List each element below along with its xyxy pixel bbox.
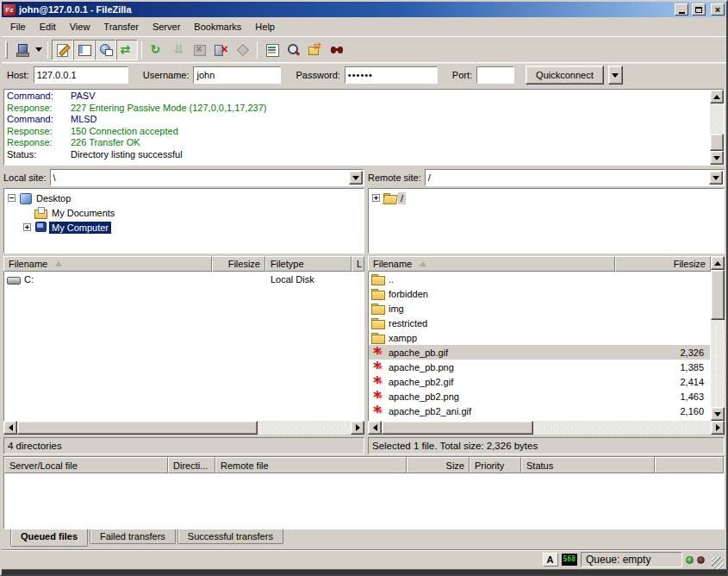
site-manager-button[interactable] — [11, 40, 33, 60]
title-bar[interactable]: Fz john@127.0.0.1 - FileZilla × — [2, 2, 726, 17]
log-scroll-track[interactable] — [710, 103, 724, 151]
queue-column-priority[interactable]: Priority — [470, 457, 521, 473]
local-scroll-left[interactable] — [3, 421, 17, 435]
local-scroll-track[interactable] — [17, 421, 351, 435]
toggle-transfer-queue-button[interactable] — [116, 40, 138, 60]
local-tree-item[interactable]: My Computer — [6, 220, 364, 235]
remote-scroll-left[interactable] — [368, 421, 382, 435]
file-row[interactable]: C:Local Disk — [4, 272, 364, 286]
menu-edit[interactable]: Edit — [33, 19, 63, 34]
password-input[interactable] — [345, 66, 438, 84]
queue-column-server-local-file[interactable]: Server/Local file — [4, 457, 168, 473]
remote-site-combo[interactable]: / — [425, 169, 725, 186]
file-row[interactable]: apache_pb.png1,385 — [369, 360, 710, 374]
host-input[interactable] — [34, 66, 128, 84]
remote-scroll-thumb[interactable] — [382, 421, 533, 435]
log-line: Response:226 Transfer OK — [7, 137, 710, 149]
local-tree-item[interactable]: My Documents — [6, 205, 364, 220]
local-scroll-right[interactable] — [351, 421, 364, 435]
port-input[interactable] — [476, 66, 514, 84]
quickconnect-dropdown[interactable] — [608, 66, 623, 85]
menu-server[interactable]: Server — [146, 19, 187, 34]
local-status-text: 4 directories — [8, 441, 62, 451]
tab-queued-files[interactable]: Queued files — [10, 529, 88, 547]
file-row[interactable]: .. — [369, 272, 710, 286]
tab-successful-transfers[interactable]: Successful transfers — [177, 529, 283, 544]
file-row[interactable]: img — [369, 301, 710, 316]
local-site-dropdown[interactable] — [349, 171, 363, 185]
column-header-filename[interactable]: Filename — [368, 256, 615, 272]
file-row[interactable]: restricted — [369, 316, 710, 330]
log-scroll-up[interactable] — [710, 90, 724, 103]
menu-transfer[interactable]: Transfer — [96, 19, 146, 34]
file-row[interactable]: apache_pb2_ani.gif2,160 — [369, 404, 710, 418]
toggle-local-tree-button[interactable] — [73, 40, 95, 60]
queue-column-directi-[interactable]: Directi... — [168, 457, 215, 473]
column-header-filetype[interactable]: Filetype — [265, 256, 352, 272]
toolbar-separator — [141, 41, 142, 59]
transfer-type-indicator-icon[interactable]: A — [543, 553, 558, 567]
menu-file[interactable]: File — [3, 19, 33, 34]
remote-vscrollbar[interactable] — [711, 256, 725, 421]
expand-icon[interactable] — [372, 194, 380, 202]
tab-failed-transfers[interactable]: Failed transfers — [90, 529, 176, 544]
remote-tree-item[interactable]: / — [370, 191, 724, 205]
find-files-button[interactable] — [283, 40, 304, 60]
maximize-button[interactable] — [692, 3, 706, 16]
tree-item-label[interactable]: / — [398, 192, 406, 204]
compare-directories-button[interactable] — [304, 40, 326, 60]
remote-scroll-right[interactable] — [711, 421, 725, 435]
speed-limit-indicator-icon[interactable]: 568 — [562, 554, 577, 566]
filter-button[interactable] — [261, 40, 283, 60]
menu-help[interactable]: Help — [248, 19, 282, 34]
remote-scroll-track[interactable] — [382, 421, 711, 435]
tree-item-label[interactable]: My Documents — [49, 207, 117, 219]
log-scroll-thumb[interactable] — [710, 134, 724, 151]
arrow-down-icon — [714, 412, 721, 416]
minimize-button[interactable] — [675, 3, 688, 16]
close-button[interactable]: × — [711, 3, 725, 16]
file-row[interactable]: xampp — [369, 330, 710, 345]
image-icon — [371, 376, 386, 388]
local-site-combo[interactable]: \ — [50, 169, 364, 186]
local-hscrollbar[interactable] — [3, 421, 364, 435]
queue-column-size[interactable]: Size — [407, 457, 470, 473]
remote-vscroll-track[interactable] — [711, 270, 725, 407]
queue-column-status[interactable]: Status — [521, 457, 655, 473]
toggle-message-log-button[interactable] — [52, 40, 73, 60]
menu-view[interactable]: View — [63, 19, 97, 34]
remote-site-dropdown[interactable] — [709, 171, 723, 185]
column-header-filename[interactable]: Filename — [3, 256, 212, 272]
queue-column-remote-file[interactable]: Remote file — [215, 457, 407, 473]
disconnect-button[interactable] — [210, 40, 232, 60]
tree-item-label[interactable]: Desktop — [34, 192, 73, 204]
log-scrollbar[interactable] — [710, 90, 724, 165]
column-header-l[interactable]: L — [352, 256, 364, 272]
file-row[interactable]: apache_pb.gif2,326 — [369, 345, 710, 360]
quickconnect-button[interactable]: Quickconnect — [526, 66, 604, 85]
column-header-filesize[interactable]: Filesize — [615, 256, 711, 272]
refresh-button[interactable] — [146, 40, 167, 60]
file-row[interactable]: forbidden — [369, 286, 710, 301]
tree-item-label[interactable]: My Computer — [49, 222, 111, 234]
toggle-remote-tree-button[interactable] — [95, 40, 116, 60]
file-row[interactable]: apache_pb2.gif2,414 — [369, 374, 710, 389]
toolbar-grip[interactable] — [5, 41, 8, 59]
local-tree-item[interactable]: Desktop — [6, 191, 364, 205]
log-scroll-down[interactable] — [710, 151, 724, 165]
local-scroll-thumb[interactable] — [17, 421, 258, 435]
remote-scroll-up[interactable] — [711, 256, 725, 270]
username-input[interactable] — [193, 66, 281, 84]
log-line-label: Response: — [7, 126, 71, 138]
expand-icon[interactable] — [23, 223, 31, 231]
column-header-filesize[interactable]: Filesize — [212, 256, 265, 272]
remote-hscrollbar[interactable] — [368, 421, 725, 435]
site-manager-dropdown[interactable] — [33, 40, 44, 60]
file-row[interactable]: apache_pb2.png1,463 — [369, 389, 710, 404]
resize-grip[interactable] — [712, 557, 724, 569]
synchronized-browsing-button[interactable] — [326, 40, 347, 60]
remote-vscroll-thumb[interactable] — [711, 270, 725, 320]
menu-bookmarks[interactable]: Bookmarks — [187, 19, 248, 34]
remote-scroll-down[interactable] — [711, 407, 725, 421]
collapse-icon[interactable] — [8, 194, 16, 202]
